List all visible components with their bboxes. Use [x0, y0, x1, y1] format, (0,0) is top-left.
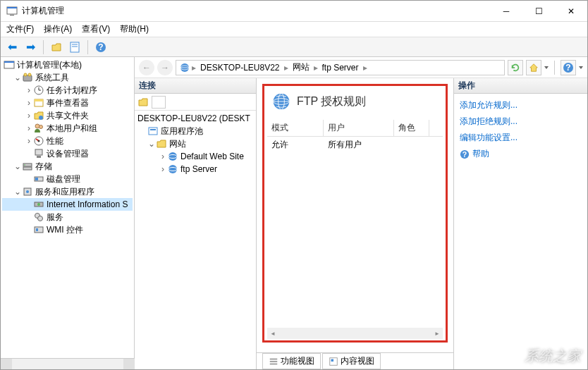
feature-title: FTP 授权规则 — [297, 94, 366, 109]
connections-toolbar — [135, 94, 256, 111]
svg-rect-36 — [35, 227, 43, 233]
tree-collapse-icon[interactable]: ⌄ — [13, 73, 22, 82]
svg-rect-26 — [23, 167, 32, 170]
connections-tree[interactable]: DESKTOP-LEU8V22 (DESKT 应用程序池 ⌄网站 ›Defaul… — [135, 111, 256, 369]
svg-text:?: ? — [98, 42, 103, 52]
chevron-right-icon[interactable]: ▸ — [363, 63, 367, 73]
conn-sites[interactable]: ⌄网站 — [136, 137, 255, 150]
tab-feature-view[interactable]: 功能视图 — [262, 353, 321, 369]
svg-rect-43 — [149, 128, 157, 135]
svg-rect-55 — [270, 363, 278, 364]
tree-expand-icon[interactable]: › — [25, 98, 33, 108]
menu-help[interactable]: 帮助(H) — [120, 23, 149, 35]
breadcrumb-segment[interactable]: 网站 — [290, 61, 312, 73]
tree-event-viewer[interactable]: ›事件查看器 — [2, 97, 133, 109]
svg-rect-23 — [35, 149, 42, 155]
tree-expand-icon[interactable]: › — [159, 164, 167, 174]
window-title: 计算机管理 — [22, 5, 490, 17]
nav-forward-button[interactable]: → — [157, 60, 173, 75]
action-edit-feature[interactable]: 编辑功能设置... — [460, 132, 582, 144]
svg-point-12 — [28, 73, 31, 76]
content-icon — [329, 357, 338, 366]
tree-performance[interactable]: ›性能 — [2, 135, 133, 147]
tree-device-manager[interactable]: 设备管理器 — [2, 147, 133, 160]
chevron-right-icon[interactable]: ▸ — [314, 63, 318, 73]
tree-collapse-icon[interactable]: ⌄ — [13, 161, 22, 171]
address-bar: ← → ▸ DESKTOP-LEU8V22 ▸ 网站 ▸ ftp Server … — [135, 57, 587, 78]
up-button[interactable] — [48, 39, 65, 56]
tree-storage[interactable]: ⌄存储 — [2, 160, 133, 173]
tree-local-users[interactable]: ›本地用户和组 — [2, 122, 133, 135]
tree-expand-icon[interactable]: › — [159, 152, 167, 161]
svg-text:?: ? — [565, 63, 570, 73]
cell-mode: 允许 — [267, 137, 324, 153]
tree-expand-icon[interactable]: › — [25, 85, 33, 95]
conn-root[interactable]: DESKTOP-LEU8V22 (DESKT — [136, 112, 255, 125]
help-icon-button[interactable]: ? — [561, 60, 576, 75]
svg-point-47 — [169, 165, 177, 173]
titlebar: 计算机管理 ─ ☐ ✕ — [1, 1, 587, 22]
tree-expand-icon[interactable]: › — [25, 111, 33, 121]
close-button[interactable]: ✕ — [555, 1, 587, 22]
tree-expand-icon[interactable]: › — [25, 123, 33, 133]
tree-disk-management[interactable]: 磁盘管理 — [2, 173, 133, 185]
action-add-deny[interactable]: 添加拒绝规则... — [460, 116, 582, 128]
breadcrumb-segment[interactable]: ftp Server — [319, 63, 362, 73]
back-button[interactable]: ⬅ — [4, 39, 20, 56]
tree-iis[interactable]: Internet Information S — [2, 198, 133, 211]
col-role[interactable]: 角色 — [394, 120, 429, 136]
tree-system-tools[interactable]: ⌄系统工具 — [2, 71, 133, 84]
forward-button[interactable]: ➡ — [22, 39, 39, 56]
svg-rect-57 — [331, 359, 334, 362]
horizontal-scrollbar[interactable] — [267, 328, 443, 339]
table-row[interactable]: 允许 所有用户 — [267, 137, 443, 153]
tree-wmi[interactable]: WMI 控件 — [2, 223, 133, 236]
dropdown-icon[interactable] — [579, 63, 583, 73]
dropdown-icon[interactable] — [544, 63, 549, 73]
folder-icon[interactable] — [137, 97, 149, 108]
menu-action[interactable]: 操作(A) — [44, 23, 72, 35]
help-icon: ? — [460, 149, 470, 159]
feature-table[interactable]: 模式 用户 角色 允许 所有用户 — [267, 120, 443, 339]
col-mode[interactable]: 模式 — [267, 120, 324, 136]
tree-root[interactable]: 计算机管理(本地) — [2, 58, 133, 71]
svg-point-20 — [39, 125, 43, 129]
tree-expand-icon[interactable]: › — [25, 136, 33, 146]
svg-rect-37 — [36, 228, 38, 231]
tree-collapse-icon[interactable]: ⌄ — [147, 139, 156, 149]
left-scrollbar[interactable] — [1, 358, 135, 369]
minimize-button[interactable]: ─ — [490, 1, 522, 22]
properties-button[interactable] — [66, 39, 83, 56]
svg-rect-10 — [23, 75, 32, 81]
center-panel: FTP 授权规则 模式 用户 角色 允许 所有用户 — [257, 78, 453, 369]
action-add-allow[interactable]: 添加允许规则... — [460, 99, 582, 111]
breadcrumb[interactable]: ▸ DESKTOP-LEU8V22 ▸ 网站 ▸ ftp Server ▸ — [176, 60, 505, 75]
action-help[interactable]: ?帮助 — [460, 148, 582, 160]
nav-back-button[interactable]: ← — [139, 60, 154, 75]
tree-shared-folders[interactable]: ›共享文件夹 — [2, 109, 133, 122]
breadcrumb-segment[interactable]: DESKTOP-LEU8V22 — [197, 63, 283, 73]
conn-ftp-server[interactable]: ›ftp Server — [136, 163, 255, 175]
refresh-button[interactable] — [508, 60, 523, 75]
conn-app-pools[interactable]: 应用程序池 — [136, 125, 255, 137]
connection-box[interactable] — [152, 96, 166, 109]
cell-role — [394, 137, 429, 153]
left-tree[interactable]: 计算机管理(本地) ⌄系统工具 ›任务计划程序 ›事件查看器 ›共享文件夹 ›本… — [1, 57, 135, 358]
maximize-button[interactable]: ☐ — [522, 1, 555, 22]
home-button[interactable] — [526, 60, 541, 75]
tree-services-apps[interactable]: ⌄服务和应用程序 — [2, 185, 133, 198]
col-user[interactable]: 用户 — [324, 120, 394, 136]
chevron-right-icon[interactable]: ▸ — [284, 63, 288, 73]
menu-view[interactable]: 查看(V) — [82, 23, 110, 35]
tree-services[interactable]: 服务 — [2, 211, 133, 223]
svg-rect-53 — [270, 358, 278, 359]
globe-icon — [179, 62, 190, 73]
tab-content-view[interactable]: 内容视图 — [322, 353, 381, 369]
tree-collapse-icon[interactable]: ⌄ — [13, 187, 22, 197]
help-button[interactable]: ? — [92, 39, 109, 56]
menu-file[interactable]: 文件(F) — [6, 23, 34, 35]
tree-task-scheduler[interactable]: ›任务计划程序 — [2, 84, 133, 97]
svg-point-35 — [38, 216, 43, 221]
chevron-right-icon[interactable]: ▸ — [192, 63, 196, 73]
conn-default-site[interactable]: ›Default Web Site — [136, 150, 255, 163]
